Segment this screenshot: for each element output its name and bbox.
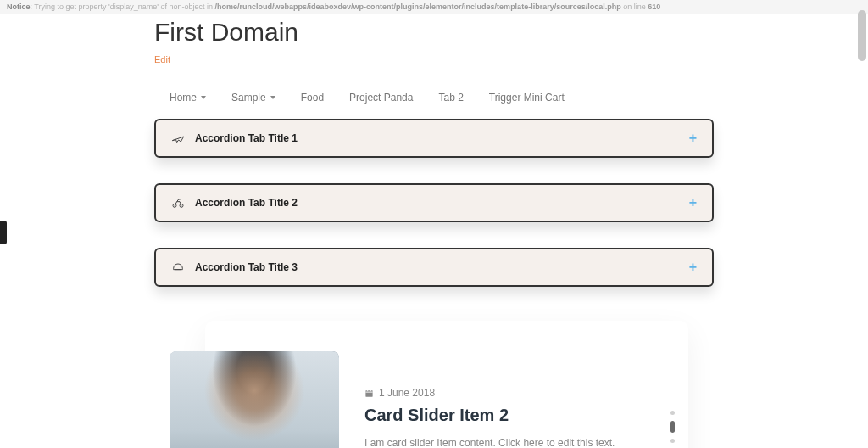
nav-item-sample[interactable]: Sample bbox=[231, 92, 275, 104]
accordion-header-1[interactable]: Accordion Tab Title 1 + bbox=[154, 119, 714, 158]
nav-item-trigger-cart[interactable]: Trigger Mini Cart bbox=[489, 92, 565, 104]
accordion-left: Accordion Tab Title 3 bbox=[171, 260, 298, 274]
accordion-title: Accordion Tab Title 1 bbox=[195, 132, 298, 144]
accordion-item: Accordion Tab Title 3 + bbox=[154, 248, 714, 287]
nav-label: Sample bbox=[231, 92, 266, 104]
accordion-title: Accordion Tab Title 3 bbox=[195, 261, 298, 273]
slider-dot[interactable] bbox=[670, 439, 675, 443]
card-title: Card Slider Item 2 bbox=[364, 406, 663, 425]
accordion-left: Accordion Tab Title 1 bbox=[171, 132, 298, 145]
caret-down-icon bbox=[270, 96, 275, 99]
nav-label: Home bbox=[170, 92, 197, 104]
svg-rect-2 bbox=[365, 390, 372, 396]
nav-item-project-panda[interactable]: Project Panda bbox=[349, 92, 413, 104]
edit-link[interactable]: Edit bbox=[154, 54, 170, 64]
card-description: I am card slider Item content. Click her… bbox=[364, 435, 619, 448]
scrollbar-thumb[interactable] bbox=[858, 10, 866, 61]
slider-dot-active[interactable] bbox=[670, 421, 675, 433]
nav-label: Project Panda bbox=[349, 92, 413, 104]
page-title: First Domain bbox=[154, 18, 714, 47]
card-slider: 1 June 2018 Card Slider Item 2 I am card… bbox=[205, 321, 688, 448]
nav-item-food[interactable]: Food bbox=[301, 92, 324, 104]
card-date: 1 June 2018 bbox=[364, 387, 663, 399]
caret-down-icon bbox=[201, 96, 206, 99]
card-date-text: 1 June 2018 bbox=[379, 387, 435, 399]
plus-icon: + bbox=[689, 195, 697, 210]
plus-icon: + bbox=[689, 260, 697, 275]
php-error-notice: Notice: Trying to get property 'display_… bbox=[0, 0, 868, 14]
accordion: Accordion Tab Title 1 + Accordion Tab Ti… bbox=[154, 119, 714, 287]
accordion-item: Accordion Tab Title 1 + bbox=[154, 119, 714, 158]
nav-item-home[interactable]: Home bbox=[170, 92, 206, 104]
helmet-icon bbox=[171, 260, 185, 274]
card-image bbox=[170, 351, 339, 448]
accordion-header-3[interactable]: Accordion Tab Title 3 + bbox=[154, 248, 714, 287]
accordion-header-2[interactable]: Accordion Tab Title 2 + bbox=[154, 183, 714, 222]
calendar-icon bbox=[364, 389, 374, 398]
nav-item-tab2[interactable]: Tab 2 bbox=[438, 92, 463, 104]
nav-label: Food bbox=[301, 92, 324, 104]
plus-icon: + bbox=[689, 131, 697, 146]
main-nav: Home Sample Food Project Panda Tab 2 Tri… bbox=[154, 81, 714, 119]
slider-dot[interactable] bbox=[670, 411, 675, 415]
side-panel-tab[interactable] bbox=[0, 221, 7, 244]
accordion-left: Accordion Tab Title 2 bbox=[171, 196, 298, 210]
bike-icon bbox=[171, 196, 185, 210]
slider-dots bbox=[670, 411, 675, 448]
plane-icon bbox=[171, 132, 185, 145]
card-content: 1 June 2018 Card Slider Item 2 I am card… bbox=[364, 346, 663, 448]
nav-label: Tab 2 bbox=[438, 92, 463, 104]
nav-label: Trigger Mini Cart bbox=[489, 92, 565, 104]
accordion-title: Accordion Tab Title 2 bbox=[195, 197, 298, 209]
accordion-item: Accordion Tab Title 2 + bbox=[154, 183, 714, 222]
